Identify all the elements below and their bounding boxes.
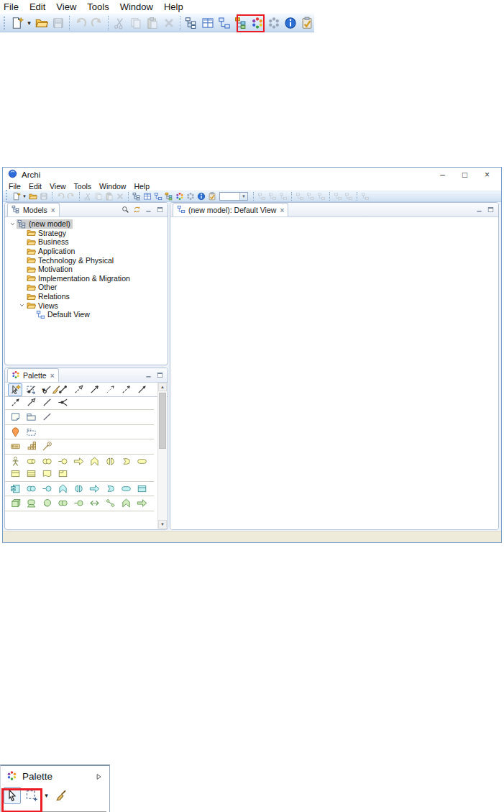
tree-item-application[interactable]: Application [5, 247, 168, 256]
application-function-tool[interactable] [55, 483, 70, 494]
menu-help[interactable]: Help [164, 1, 183, 12]
menu-file[interactable]: File [9, 182, 21, 191]
business-event-tool[interactable] [118, 456, 134, 467]
technology-interface-tool[interactable] [70, 498, 86, 508]
product-tool[interactable] [55, 468, 70, 479]
tree-item-default-view[interactable]: Default View [5, 310, 168, 319]
scroll-down-icon[interactable]: ▼ [158, 520, 167, 529]
application-collaboration-tool[interactable] [23, 483, 39, 494]
application-interface-tool[interactable] [39, 483, 55, 494]
open-model-button[interactable] [27, 191, 38, 201]
chevron-down-icon[interactable] [9, 221, 17, 227]
paste-button[interactable] [144, 14, 160, 32]
new-dropdown-icon[interactable]: ▾ [22, 193, 27, 199]
cut-button[interactable] [111, 14, 127, 32]
close-icon[interactable]: × [50, 206, 55, 214]
zoom-combo[interactable]: ▼ [219, 192, 248, 201]
business-function-tool[interactable] [86, 456, 102, 467]
application-process-tool[interactable] [86, 483, 102, 494]
chevron-down-icon[interactable] [18, 302, 26, 309]
menu-file[interactable]: File [4, 1, 19, 12]
maximize-icon[interactable] [156, 371, 164, 379]
palette-scrollbar[interactable]: ▲ ▼ [157, 383, 167, 529]
ghost-button[interactable] [316, 191, 326, 201]
models-view-button[interactable] [183, 14, 199, 32]
navigator-view-button[interactable] [163, 191, 174, 201]
representation-tool[interactable] [39, 468, 55, 479]
new-dropdown-icon[interactable]: ▾ [25, 19, 33, 27]
properties-view-button[interactable] [142, 191, 152, 201]
note-tool[interactable] [7, 411, 23, 422]
undo-button[interactable] [55, 191, 65, 201]
open-model-button[interactable] [33, 14, 50, 32]
aggregation-tool[interactable] [39, 384, 55, 395]
data-object-tool[interactable] [134, 483, 150, 494]
models-view-button[interactable] [131, 191, 142, 201]
sketch-view-button[interactable] [185, 191, 196, 201]
business-collaboration-tool[interactable] [39, 456, 55, 467]
application-component-tool[interactable] [7, 483, 23, 494]
ghost-button[interactable] [256, 191, 267, 201]
properties-view-button[interactable] [199, 14, 216, 32]
search-icon[interactable] [122, 206, 129, 214]
assignment-tool[interactable] [55, 384, 70, 395]
maximize-icon[interactable] [156, 206, 164, 214]
tree-item-motivation[interactable]: Motivation [5, 265, 168, 274]
minimize-icon[interactable] [475, 206, 483, 214]
menu-view[interactable]: View [50, 182, 66, 191]
menu-window[interactable]: Window [99, 182, 126, 191]
canvas-view-button[interactable] [174, 191, 185, 201]
diagram-canvas[interactable] [170, 217, 498, 529]
business-object-tool[interactable] [7, 468, 23, 479]
scrollbar-thumb[interactable] [159, 393, 166, 449]
save-button[interactable] [50, 14, 66, 32]
tab-palette[interactable]: Palette × [7, 368, 59, 382]
menu-edit[interactable]: Edit [29, 1, 45, 12]
connection-line-tool[interactable] [39, 411, 55, 422]
flow-tool[interactable] [7, 397, 23, 408]
maximize-button[interactable]: □ [454, 170, 476, 180]
tree-item-other[interactable]: Other [5, 283, 168, 292]
device-tool[interactable] [23, 498, 39, 508]
access-tool[interactable] [102, 384, 118, 395]
cutoff-tool[interactable] [55, 513, 70, 516]
close-icon[interactable]: × [279, 206, 284, 214]
ghost-button[interactable] [343, 191, 354, 201]
association-tool[interactable] [39, 397, 55, 408]
copy-button[interactable] [127, 14, 144, 32]
paste-button[interactable] [104, 191, 114, 201]
link-with-editor-icon[interactable] [133, 206, 141, 214]
menu-view[interactable]: View [56, 1, 76, 12]
hints-view-button[interactable] [282, 14, 298, 32]
application-interaction-tool[interactable] [70, 483, 86, 494]
minimize-icon[interactable] [145, 206, 152, 214]
magic-connector-tool[interactable] [7, 384, 23, 395]
ghost-button[interactable] [332, 191, 343, 201]
technology-function-tool[interactable] [118, 498, 134, 508]
tab-models[interactable]: Models × [7, 203, 60, 216]
capability-tool[interactable] [23, 441, 39, 452]
hints-view-button[interactable] [196, 191, 206, 201]
technology-process-tool[interactable] [134, 498, 150, 508]
menu-edit[interactable]: Edit [29, 182, 42, 191]
validator-button[interactable] [206, 191, 217, 201]
tree-item-implementation-migration[interactable]: Implementation & Migration [5, 274, 168, 283]
business-role-tool[interactable] [23, 456, 39, 467]
business-interface-tool[interactable] [55, 456, 70, 467]
communication-network-tool[interactable] [102, 498, 118, 508]
new-model-button[interactable] [9, 14, 25, 32]
node-tool[interactable] [7, 498, 23, 508]
tree-item-strategy[interactable]: Strategy [5, 229, 168, 238]
copy-button[interactable] [93, 191, 104, 201]
outline-view-button[interactable] [152, 191, 163, 201]
junction-tool[interactable] [55, 397, 70, 408]
ghost-button[interactable] [294, 191, 305, 201]
menu-tools[interactable]: Tools [87, 1, 109, 12]
cutoff-tool[interactable] [23, 513, 39, 516]
delete-button[interactable] [160, 14, 177, 32]
chevron-down-icon[interactable]: ▼ [239, 193, 247, 200]
business-service-tool[interactable] [134, 456, 150, 467]
tree-item-relations[interactable]: Relations [5, 292, 168, 301]
ghost-button[interactable] [267, 191, 278, 201]
path-tool[interactable] [86, 498, 102, 508]
